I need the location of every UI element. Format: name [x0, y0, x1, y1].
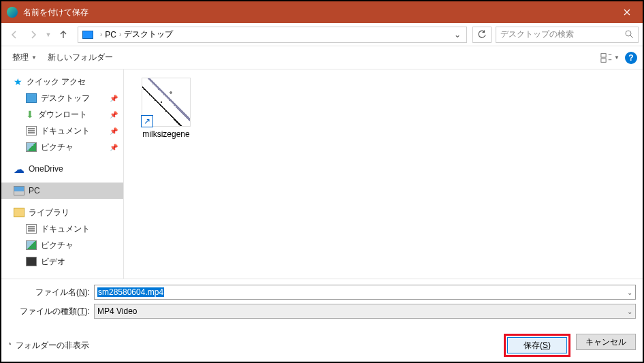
new-folder-button[interactable]: 新しいフォルダー: [42, 49, 118, 66]
file-list[interactable]: ↗ milksizegene: [124, 69, 643, 279]
refresh-button[interactable]: [472, 27, 492, 43]
main-area: ★クイック アクセ デスクトッフ📌 ⬇ダウンロート📌 ドキュメント📌 ピクチャ📌…: [1, 69, 643, 279]
breadcrumb[interactable]: › PC › デスクトップ ⌄: [78, 27, 467, 43]
svg-point-0: [626, 31, 631, 36]
sidebar-item-lib-pictures[interactable]: ピクチャ: [1, 237, 123, 253]
location-icon: [82, 31, 93, 39]
library-icon: [14, 208, 25, 217]
save-highlight: 保存(S): [504, 334, 570, 357]
sidebar-item-library[interactable]: ライブラリ: [1, 204, 123, 221]
breadcrumb-pc[interactable]: PC: [105, 30, 116, 40]
file-name: milksizegene: [132, 129, 200, 139]
window-title: 名前を付けて保存: [23, 7, 611, 18]
chevron-down-icon: ▼: [31, 54, 37, 61]
desktop-icon: [26, 93, 37, 103]
file-item[interactable]: ↗ milksizegene: [132, 78, 200, 139]
sidebar-item-quickaccess[interactable]: ★クイック アクセ: [1, 74, 123, 90]
breadcrumb-dropdown[interactable]: ⌄: [449, 30, 466, 40]
hide-folders-toggle[interactable]: ˄ フォルダーの非表示: [8, 340, 89, 351]
file-thumbnail: ↗: [142, 78, 191, 127]
organize-menu[interactable]: 整理 ▼: [7, 49, 42, 66]
footer: ˄ フォルダーの非表示 保存(S) キャンセル: [8, 323, 636, 357]
close-button[interactable]: [611, 1, 643, 23]
sidebar-item-pc[interactable]: PC: [1, 183, 123, 199]
sidebar-item-lib-documents[interactable]: ドキュメント: [1, 221, 123, 237]
back-button[interactable]: [5, 26, 23, 44]
pin-icon: 📌: [110, 95, 118, 102]
pin-icon: 📌: [110, 127, 118, 135]
filetype-label: ファイルの種類(T):: [8, 306, 90, 317]
chevron-down-icon[interactable]: ⌄: [627, 308, 632, 315]
filename-input[interactable]: sm28580604.mp4 ⌄: [94, 285, 636, 300]
save-button[interactable]: 保存(S): [507, 337, 567, 353]
download-icon: ⬇: [26, 109, 34, 120]
search-input[interactable]: デスクトップの検索: [496, 27, 639, 43]
breadcrumb-location[interactable]: デスクトップ: [124, 29, 173, 40]
up-button[interactable]: [54, 26, 72, 44]
chevron-right-icon: ›: [119, 31, 121, 38]
sidebar-item-lib-video[interactable]: ビデオ: [1, 253, 123, 270]
pictures-icon: [26, 240, 37, 250]
sidebar: ★クイック アクセ デスクトッフ📌 ⬇ダウンロート📌 ドキュメント📌 ピクチャ📌…: [1, 69, 124, 279]
search-placeholder: デスクトップの検索: [500, 29, 625, 40]
svg-rect-2: [601, 58, 606, 61]
help-button[interactable]: ?: [625, 52, 637, 64]
nav-bar: ▼ › PC › デスクトップ ⌄ デスクトップの検索: [1, 23, 643, 46]
chevron-up-icon: ˄: [8, 342, 12, 349]
pictures-icon: [26, 142, 37, 152]
search-icon: [625, 30, 634, 39]
pc-icon: [14, 186, 25, 195]
sidebar-item-onedrive[interactable]: ☁OneDrive: [1, 161, 123, 177]
title-bar: 名前を付けて保存: [1, 1, 643, 23]
filename-row: ファイル名(N): sm28580604.mp4 ⌄: [8, 285, 636, 300]
cancel-button[interactable]: キャンセル: [576, 334, 636, 350]
sidebar-item-pictures[interactable]: ピクチャ📌: [1, 139, 123, 155]
filetype-row: ファイルの種類(T): MP4 Video ⌄: [8, 304, 636, 319]
sidebar-item-documents[interactable]: ドキュメント📌: [1, 123, 123, 139]
filetype-select[interactable]: MP4 Video ⌄: [94, 304, 636, 319]
pin-icon: 📌: [110, 111, 118, 119]
recent-dropdown[interactable]: ▼: [44, 26, 53, 44]
app-icon: [7, 7, 18, 18]
view-button[interactable]: ▼: [600, 50, 619, 65]
bottom-panel: ファイル名(N): sm28580604.mp4 ⌄ ファイルの種類(T): M…: [1, 279, 643, 363]
cloud-icon: ☁: [14, 163, 25, 176]
pin-icon: 📌: [110, 144, 118, 151]
document-icon: [26, 224, 37, 234]
sidebar-item-downloads[interactable]: ⬇ダウンロート📌: [1, 106, 123, 123]
chevron-right-icon: ›: [100, 31, 102, 38]
sidebar-item-desktop[interactable]: デスクトッフ📌: [1, 90, 123, 106]
chevron-down-icon[interactable]: ⌄: [627, 289, 632, 296]
video-icon: [26, 257, 37, 266]
filename-label: ファイル名(N):: [8, 287, 90, 298]
svg-rect-1: [601, 53, 606, 57]
toolbar: 整理 ▼ 新しいフォルダー ▼ ?: [1, 46, 643, 69]
shortcut-arrow-icon: ↗: [141, 115, 153, 127]
document-icon: [26, 126, 37, 136]
chevron-down-icon: ▼: [614, 54, 619, 61]
star-icon: ★: [14, 76, 22, 87]
forward-button[interactable]: [25, 26, 42, 44]
